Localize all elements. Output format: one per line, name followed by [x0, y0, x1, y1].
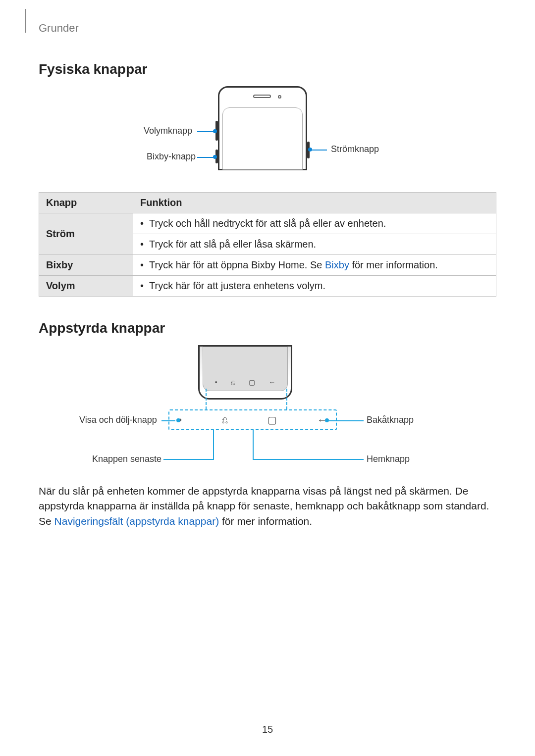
volume-leader [197, 131, 215, 132]
table-row: Ström Tryck och håll nedtryckt för att s… [39, 213, 496, 234]
table-row: Bixby Tryck här för att öppna Bixby Home… [39, 255, 496, 276]
back-dot-icon [325, 418, 329, 422]
home-label: Hemknapp [367, 454, 410, 464]
row-key-power: Ström [39, 213, 133, 255]
zoom-connector-left [206, 389, 207, 409]
phone-screen-bottom: • ⎌ ▢ ← [203, 347, 288, 391]
home-leader-v [253, 430, 254, 459]
row-func: Tryck här för att öppna Bixby Home. Se B… [133, 255, 496, 276]
header-key: Knapp [39, 193, 133, 213]
bixby-link[interactable]: Bixby [325, 259, 349, 270]
func-text: Tryck för att slå på eller låsa skärmen. [140, 239, 316, 250]
back-label: Bakåtknapp [367, 415, 414, 425]
section-title-physical: Fysiska knappar [39, 61, 496, 77]
recent-leader-v [213, 430, 214, 460]
physical-buttons-diagram: Volymknapp Bixby-knapp Strömknapp [94, 86, 441, 185]
home-icon: ▢ [268, 414, 277, 426]
row-func: Tryck och håll nedtryckt för att slå på … [133, 213, 496, 234]
mini-back-icon: ← [268, 378, 275, 386]
home-leader-h [253, 459, 364, 460]
physical-buttons-table: Knapp Funktion Ström Tryck och håll nedt… [39, 192, 496, 297]
para-post: för mer information. [219, 515, 312, 527]
section-title-soft: Appstyrda knappar [39, 320, 496, 336]
header-func: Funktion [133, 193, 496, 213]
mini-dot-icon: • [215, 378, 217, 386]
recent-label: Knappen senaste [92, 454, 161, 464]
func-post: för mer information. [349, 259, 438, 270]
power-label: Strömknapp [331, 144, 379, 154]
table-header-row: Knapp Funktion [39, 193, 496, 213]
bixby-dot-icon [213, 155, 217, 159]
camera-icon [278, 95, 281, 99]
mini-home-icon: ▢ [249, 378, 255, 386]
showhide-dot-icon [176, 418, 180, 422]
chapter-title: Grunder [39, 22, 496, 35]
func-text: Tryck här för att justera enhetens volym… [140, 280, 325, 291]
power-dot-icon [308, 148, 312, 151]
row-key-bixby: Bixby [39, 255, 133, 276]
table-row: Volym Tryck här för att justera enhetens… [39, 276, 496, 297]
mini-recent-icon: ⎌ [231, 378, 235, 386]
recent-icon: ⎌ [222, 414, 228, 426]
bixby-leader [197, 157, 215, 158]
row-func: Tryck här för att justera enhetens volym… [133, 276, 496, 297]
zoom-connector-right [286, 389, 287, 409]
zoom-navbar: • ⎌ ▢ ← [168, 409, 337, 430]
volume-label: Volymknapp [144, 126, 192, 136]
speaker-icon [253, 95, 271, 98]
soft-buttons-paragraph: När du slår på enheten kommer de appstyr… [39, 484, 496, 529]
soft-buttons-diagram: • ⎌ ▢ ← • ⎌ ▢ ← Visa och dölj-knapp Knap… [79, 345, 456, 474]
bixby-label: Bixby-knapp [147, 151, 196, 162]
header-rule [25, 9, 26, 33]
phone-top-outline [218, 86, 307, 170]
navbar-link[interactable]: Navigeringsfält (appstyrda knappar) [54, 515, 219, 527]
page-number: 15 [0, 724, 535, 735]
manual-page: Grunder Fysiska knappar Volymknapp Bixby… [0, 0, 535, 756]
func-pre: Tryck här för att öppna Bixby Home. Se [149, 259, 325, 270]
phone-screen-top [222, 107, 303, 170]
func-prefix: Tryck här för att öppna Bixby Home. Se B… [140, 259, 438, 270]
showhide-label: Visa och dölj-knapp [79, 415, 157, 425]
row-key-volume: Volym [39, 276, 133, 297]
phone-bottom-outline: • ⎌ ▢ ← [198, 345, 292, 400]
showhide-leader [161, 420, 175, 421]
power-leader [312, 150, 327, 151]
row-func: Tryck för att slå på eller låsa skärmen. [133, 234, 496, 255]
back-leader [329, 420, 364, 421]
nav-row-mini: • ⎌ ▢ ← [208, 377, 282, 388]
func-text: Tryck och håll nedtryckt för att slå på … [140, 218, 386, 229]
volume-dot-icon [213, 129, 217, 133]
recent-leader-h [163, 459, 213, 460]
